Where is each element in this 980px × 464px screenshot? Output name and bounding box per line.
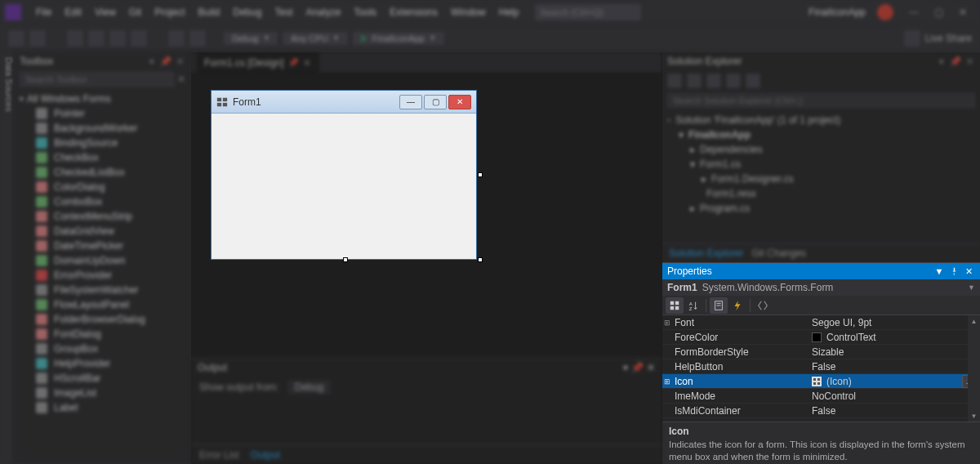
menu-git[interactable]: Git: [122, 7, 148, 18]
toolbox-item[interactable]: CheckBox: [18, 150, 187, 165]
panel-dropdown-icon[interactable]: ▾: [146, 56, 158, 67]
panel-dropdown-icon[interactable]: ▾: [936, 56, 947, 67]
tab-close-icon[interactable]: ✕: [303, 57, 311, 69]
form-close-button[interactable]: ✕: [448, 95, 471, 109]
properties-grid[interactable]: ⊞FontSegoe UI, 9ptForeColorControlTextFo…: [662, 315, 980, 422]
properties-object-selector[interactable]: Form1 System.Windows.Forms.Form ▼: [662, 279, 980, 296]
project-node[interactable]: ▾FinalIconApp: [667, 127, 975, 142]
scroll-down-icon[interactable]: ▼: [968, 410, 980, 422]
menu-build[interactable]: Build: [192, 7, 227, 18]
toolbox-item[interactable]: ContextMenuStrip: [18, 209, 187, 224]
close-icon[interactable]: ✕: [951, 4, 975, 20]
toolbox-item[interactable]: Pointer: [18, 106, 187, 121]
property-pages-icon[interactable]: [754, 297, 772, 314]
form-client-area[interactable]: [212, 114, 476, 259]
menu-view[interactable]: View: [88, 7, 122, 18]
toolbox-item[interactable]: DomainUpDown: [18, 253, 187, 268]
document-tab-active[interactable]: Form1.cs [Design] 📌 ✕: [196, 52, 319, 73]
se-search-input[interactable]: [667, 93, 975, 108]
start-debug-button[interactable]: FinalIconApp▼: [353, 32, 444, 45]
live-share-icon[interactable]: [904, 30, 920, 47]
panel-close-icon[interactable]: ✕: [964, 56, 975, 67]
panel-pin-icon[interactable]: 📌: [160, 56, 172, 67]
minimize-icon[interactable]: —: [902, 4, 926, 20]
expand-icon[interactable]: ⊞: [662, 319, 672, 327]
data-sources-rail[interactable]: Data Sources: [0, 52, 15, 464]
menu-extensions[interactable]: Extensions: [383, 7, 444, 18]
property-row[interactable]: HelpButtonFalse: [662, 359, 980, 374]
toolbox-item[interactable]: FileSystemWatcher: [18, 283, 187, 297]
menu-help[interactable]: Help: [492, 7, 526, 18]
quick-launch-search[interactable]: Search (Ctrl+Q): [535, 4, 641, 20]
redo-icon[interactable]: [189, 30, 206, 47]
menu-debug[interactable]: Debug: [226, 7, 268, 18]
property-row[interactable]: ImeModeNoControl: [662, 389, 980, 404]
panel-close-icon[interactable]: ✕: [647, 362, 655, 373]
se-show-all-icon[interactable]: [726, 74, 741, 88]
form-minimize-button[interactable]: —: [399, 95, 422, 109]
panel-pin-icon[interactable]: [947, 265, 960, 278]
nav-fwd-icon[interactable]: [29, 30, 46, 47]
properties-page-icon[interactable]: [710, 297, 728, 314]
menu-project[interactable]: Project: [148, 7, 191, 18]
toolbox-item[interactable]: DataGridView: [18, 224, 187, 239]
tree-node[interactable]: ▾Form1.cs: [667, 157, 975, 172]
tree-node[interactable]: ▸Form1.Designer.cs: [667, 172, 975, 186]
new-project-icon[interactable]: [67, 30, 83, 47]
se-refresh-icon[interactable]: [687, 74, 702, 88]
menu-tools[interactable]: Tools: [347, 7, 383, 18]
toolbox-item[interactable]: BindingSource: [18, 136, 187, 150]
property-row[interactable]: ForeColorControlText: [662, 330, 980, 345]
toolbox-item[interactable]: CheckedListBox: [18, 165, 187, 180]
resize-handle-right[interactable]: [478, 172, 483, 177]
expand-icon[interactable]: ⊞: [662, 377, 672, 386]
panel-pin-icon[interactable]: 📌: [631, 362, 644, 373]
tab-solution-explorer[interactable]: Solution Explorer: [669, 248, 743, 259]
properties-scrollbar[interactable]: ▲ ▼: [968, 315, 980, 422]
live-share-label[interactable]: Live Share: [925, 33, 972, 44]
toolbox-item[interactable]: FontDialog: [18, 327, 187, 341]
designer-surface[interactable]: Form1 — ▢ ✕: [191, 74, 662, 358]
panel-dropdown-icon[interactable]: ▾: [623, 362, 628, 373]
scroll-up-icon[interactable]: ▲: [968, 315, 980, 327]
toolbox-item[interactable]: DateTimePicker: [18, 239, 187, 253]
alphabetical-icon[interactable]: AZ: [684, 297, 702, 314]
tree-node[interactable]: ▸Program.cs: [667, 201, 975, 216]
menu-analyze[interactable]: Analyze: [300, 7, 348, 18]
property-row[interactable]: ⊞FontSegoe UI, 9pt: [662, 315, 980, 330]
nav-back-icon[interactable]: [8, 30, 24, 47]
se-properties-icon[interactable]: [746, 74, 760, 88]
solution-node[interactable]: ▫Solution 'FinalIconApp' (1 of 1 project…: [667, 113, 975, 127]
save-icon[interactable]: [109, 30, 126, 47]
solution-tree[interactable]: ▫Solution 'FinalIconApp' (1 of 1 project…: [662, 109, 980, 219]
form-maximize-button[interactable]: ▢: [424, 95, 447, 109]
panel-close-icon[interactable]: ✕: [962, 265, 975, 278]
menu-file[interactable]: File: [29, 7, 58, 18]
toolbox-item[interactable]: GroupBox: [18, 341, 187, 356]
tab-output[interactable]: Output: [251, 449, 280, 461]
panel-pin-icon[interactable]: 📌: [950, 56, 961, 67]
toolbox-item[interactable]: ErrorProvider: [18, 268, 187, 283]
toolbox-item[interactable]: FolderBrowserDialog: [18, 312, 187, 327]
property-row[interactable]: IsMdiContainerFalse: [662, 404, 980, 418]
toolbox-item[interactable]: ImageList: [18, 386, 187, 400]
events-icon[interactable]: [728, 297, 746, 314]
notification-badge-icon[interactable]: [877, 4, 893, 20]
toolbox-search-input[interactable]: [20, 72, 174, 87]
maximize-icon[interactable]: ▢: [926, 4, 951, 20]
menu-test[interactable]: Test: [269, 7, 300, 18]
property-row[interactable]: FormBorderStyleSizable: [662, 345, 980, 359]
resize-handle-corner[interactable]: [478, 257, 483, 262]
platform-selector[interactable]: Any CPU▼: [283, 32, 347, 45]
tab-git-changes[interactable]: Git Changes: [751, 248, 806, 259]
output-source-selector[interactable]: Debug: [288, 381, 330, 394]
se-collapse-icon[interactable]: [706, 74, 721, 88]
toolbox-item[interactable]: FlowLayoutPanel: [18, 297, 187, 312]
resize-handle-bottom[interactable]: [343, 257, 348, 262]
menu-window[interactable]: Window: [444, 7, 492, 18]
toolbox-section-header[interactable]: All Windows Forms: [27, 93, 111, 105]
pin-icon[interactable]: 📌: [288, 58, 298, 67]
config-selector[interactable]: Debug▼: [224, 32, 278, 45]
designer-form[interactable]: Form1 — ▢ ✕: [211, 90, 477, 260]
tree-node[interactable]: Form1.resx: [667, 186, 975, 201]
